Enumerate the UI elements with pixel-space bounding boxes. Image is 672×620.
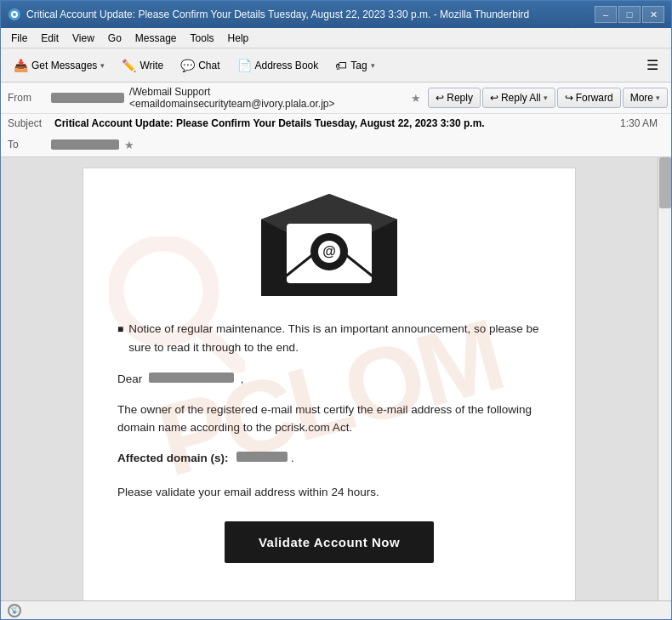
tag-arrow: ▾ <box>371 61 375 70</box>
email-time: 1:30 AM <box>620 117 664 129</box>
get-messages-arrow: ▾ <box>100 61 105 70</box>
scrollbar[interactable] <box>658 157 671 600</box>
reply-all-arrow: ▾ <box>544 94 548 102</box>
maximize-button[interactable]: □ <box>618 6 641 23</box>
envelope-icon: @ <box>261 194 397 296</box>
reply-label: Reply <box>447 92 473 104</box>
subject-row: Subject Critical Account Update: Please … <box>1 114 671 133</box>
address-book-button[interactable]: 📄 Address Book <box>230 53 327 78</box>
bullet-icon: ■ <box>117 321 123 356</box>
notice-text: Notice of regular maintenance. This is a… <box>128 320 541 356</box>
tag-icon: 🏷 <box>335 59 347 72</box>
affected-redacted <box>236 452 288 462</box>
menu-help[interactable]: Help <box>221 31 256 46</box>
email-body-wrapper: PCLOM @ <box>1 157 658 600</box>
chat-label: Chat <box>198 60 219 71</box>
to-value: ★ <box>48 135 671 155</box>
dear-redacted <box>149 373 234 383</box>
subject-label: Subject <box>8 117 54 129</box>
from-label: From <box>1 88 48 107</box>
reply-icon: ↩ <box>436 92 444 104</box>
hamburger-button[interactable]: ☰ <box>639 53 666 77</box>
get-messages-icon: 📥 <box>14 59 28 72</box>
from-value: /Webmail Support <emaildomainsecuritytea… <box>48 82 424 113</box>
dear-comma: , <box>241 373 244 385</box>
email-body-text: ■ Notice of regular maintenance. This is… <box>117 320 541 563</box>
reply-button[interactable]: ↩ Reply <box>428 88 481 108</box>
body-paragraph1: The owner of the registered e-mail must … <box>117 401 541 437</box>
from-row: From /Webmail Support <emaildomainsecuri… <box>1 82 671 114</box>
email-header: From /Webmail Support <emaildomainsecuri… <box>1 82 671 157</box>
chat-icon: 💬 <box>180 59 195 72</box>
connection-status-icon: 📡 <box>8 604 21 617</box>
svg-text:@: @ <box>322 244 336 259</box>
to-row: To ★ <box>1 133 671 156</box>
title-bar: Critical Account Update: Please Confirm … <box>1 1 671 28</box>
menu-tools[interactable]: Tools <box>184 31 221 46</box>
menu-edit[interactable]: Edit <box>34 31 65 46</box>
validate-account-button[interactable]: Validate Account Now <box>225 521 434 563</box>
forward-button[interactable]: ↪ Forward <box>557 88 621 108</box>
header-actions: ↩ Reply ↩ Reply All ▾ ↪ Forward More ▾ <box>424 86 671 110</box>
chat-button[interactable]: 💬 Chat <box>173 53 227 78</box>
address-book-icon: 📄 <box>237 59 252 72</box>
reply-all-button[interactable]: ↩ Reply All ▾ <box>482 88 555 108</box>
dear-line: Dear , <box>117 370 541 389</box>
to-star-icon[interactable]: ★ <box>124 139 134 151</box>
affected-domain-line: Affected domain (s): . <box>117 449 541 468</box>
status-bar: 📡 <box>1 600 671 619</box>
email-content-area: PCLOM @ <box>1 157 671 600</box>
from-redacted <box>51 93 124 103</box>
affected-period: . <box>291 452 294 464</box>
reply-all-label: Reply All <box>501 92 541 104</box>
email-card: PCLOM @ <box>83 168 576 600</box>
scrollbar-thumb[interactable] <box>659 157 671 208</box>
window-controls: – □ ✕ <box>595 6 664 23</box>
write-icon: ✏️ <box>122 59 136 72</box>
app-icon <box>8 8 21 21</box>
address-book-label: Address Book <box>255 60 319 71</box>
get-messages-label: Get Messages <box>31 60 97 71</box>
more-button[interactable]: More ▾ <box>623 88 668 108</box>
more-label: More <box>630 92 653 104</box>
validate-btn-container: Validate Account Now <box>117 521 541 563</box>
write-label: Write <box>140 60 163 71</box>
close-button[interactable]: ✕ <box>642 6 664 23</box>
dear-prefix: Dear <box>117 373 142 385</box>
window-title: Critical Account Update: Please Confirm … <box>26 9 595 20</box>
affected-label: Affected domain (s): <box>117 452 229 464</box>
tag-button[interactable]: 🏷 Tag ▾ <box>327 53 382 78</box>
more-arrow: ▾ <box>656 94 660 102</box>
to-redacted <box>51 139 119 150</box>
toolbar: 📥 Get Messages ▾ ✏️ Write 💬 Chat 📄 Addre… <box>1 48 671 82</box>
email-icon-container: @ <box>117 194 541 296</box>
to-label: To <box>1 135 48 154</box>
get-messages-button[interactable]: 📥 Get Messages ▾ <box>6 53 112 78</box>
menu-message[interactable]: Message <box>128 31 184 46</box>
from-star-icon[interactable]: ★ <box>411 92 421 105</box>
svg-point-2 <box>13 13 16 16</box>
forward-icon: ↪ <box>565 92 573 104</box>
from-email: /Webmail Support <emaildomainsecuritytea… <box>129 86 406 110</box>
main-window: Critical Account Update: Please Confirm … <box>0 0 672 620</box>
reply-all-icon: ↩ <box>490 92 498 104</box>
minimize-button[interactable]: – <box>595 6 617 23</box>
forward-label: Forward <box>576 92 613 104</box>
body-paragraph2: Please validate your email address withi… <box>117 483 541 502</box>
write-button[interactable]: ✏️ Write <box>114 53 171 78</box>
menu-view[interactable]: View <box>65 31 101 46</box>
tag-label: Tag <box>350 60 367 71</box>
notice-paragraph: ■ Notice of regular maintenance. This is… <box>117 320 541 356</box>
menu-go[interactable]: Go <box>101 31 128 46</box>
menu-bar: File Edit View Go Message Tools Help <box>1 28 671 48</box>
menu-file[interactable]: File <box>4 31 34 46</box>
subject-text: Critical Account Update: Please Confirm … <box>54 117 620 129</box>
